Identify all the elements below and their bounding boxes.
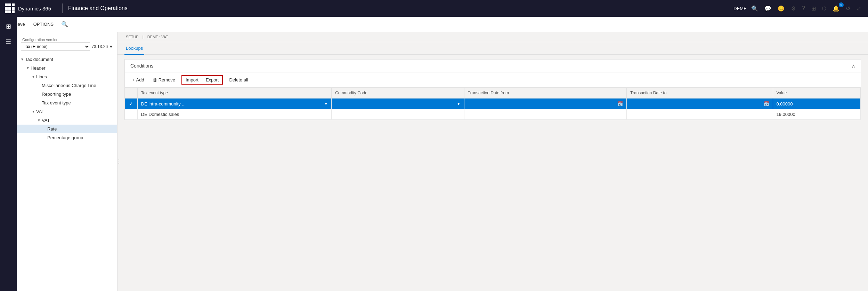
- row-tax-event-type[interactable]: DE intra-community ...▼: [137, 99, 332, 109]
- row-trans-date-from[interactable]: [464, 109, 626, 120]
- date-to-calendar-icon[interactable]: 📅: [763, 101, 769, 107]
- search-icon[interactable]: 🔍: [748, 4, 761, 13]
- side-filter-icon[interactable]: ⊞: [1, 19, 15, 33]
- chat-icon[interactable]: 💬: [762, 4, 774, 13]
- tree-label-misc-charge: Miscellaneous Charge Line: [42, 83, 96, 88]
- tree: ▼ Tax document ▼ Header ▼ Lines Miscella…: [17, 54, 117, 143]
- remove-label: Remove: [159, 77, 175, 82]
- company-badge: DEMF: [733, 6, 746, 11]
- breadcrumb: SETUP | DEMF : VAT: [117, 32, 868, 42]
- tree-item-tax-document[interactable]: ▼ Tax document: [17, 55, 117, 64]
- conditions-header: Conditions ∧: [125, 60, 861, 72]
- notification-count: 5: [839, 2, 844, 7]
- expand-vat1-icon[interactable]: ▼: [31, 110, 36, 113]
- col-header-value: Value: [773, 88, 861, 99]
- breadcrumb-setup: SETUP: [126, 35, 139, 39]
- user-icon[interactable]: 😊: [775, 4, 787, 13]
- row-commodity-code[interactable]: [332, 109, 464, 120]
- module-name: Finance and Operations: [68, 5, 733, 11]
- config-version-selector[interactable]: Tax (Europe) 73.13.26 ▼: [17, 42, 117, 54]
- toolbar-search-icon[interactable]: 🔍: [61, 21, 68, 27]
- nav-separator: [62, 3, 63, 13]
- tree-item-reporting-type[interactable]: Reporting type: [17, 90, 117, 99]
- tree-item-lines[interactable]: ▼ Lines: [17, 72, 117, 81]
- row-commodity-code[interactable]: ▼: [332, 99, 464, 109]
- table-row[interactable]: DE Domestic sales19.00000: [125, 109, 861, 120]
- tree-label-reporting-type: Reporting type: [42, 92, 71, 97]
- tree-item-vat2[interactable]: ▼ VAT: [17, 116, 117, 125]
- conditions-panel: Conditions ∧ + Add 🗑 Remove Import Ex: [124, 59, 861, 120]
- row-value[interactable]: 19.00000: [773, 109, 861, 120]
- config-version-number: 73.13.26: [91, 44, 108, 49]
- conditions-table: Tax event type Commodity Code Transactio…: [125, 88, 861, 120]
- office-icon[interactable]: ⬡: [819, 4, 829, 13]
- fullscreen-icon[interactable]: ⤢: [854, 4, 864, 13]
- config-version-chevron[interactable]: ▼: [109, 45, 113, 49]
- expand-lines-icon[interactable]: ▼: [31, 75, 36, 79]
- tree-label-header: Header: [31, 65, 46, 71]
- tree-item-misc-charge[interactable]: Miscellaneous Charge Line: [17, 81, 117, 90]
- tab-lookups[interactable]: Lookups: [124, 42, 144, 55]
- main-layout: ⊞ ☰ Configuration version Tax (Europe) 7…: [17, 32, 868, 291]
- left-tree-panel: Configuration version Tax (Europe) 73.13…: [17, 32, 117, 291]
- waffle-menu[interactable]: [4, 3, 15, 14]
- commodity-dropdown-icon[interactable]: ▼: [457, 102, 461, 106]
- row-trans-date-to[interactable]: 📅: [627, 99, 773, 109]
- export-button[interactable]: Export: [202, 76, 222, 84]
- remove-button[interactable]: 🗑 Remove: [149, 76, 179, 84]
- tax-event-dropdown-icon[interactable]: ▼: [324, 102, 328, 106]
- tree-label-percentage-group: Percentage group: [47, 135, 83, 140]
- row-check-cell[interactable]: [125, 109, 137, 120]
- config-version-dropdown[interactable]: Tax (Europe): [21, 42, 90, 51]
- help-icon[interactable]: ?: [799, 4, 808, 13]
- conditions-toolbar: + Add 🗑 Remove Import Export Delete all: [125, 72, 861, 88]
- row-check-cell[interactable]: ✓: [125, 99, 137, 109]
- tree-label-tax-event-type-lines: Tax event type: [42, 100, 71, 105]
- settings-icon[interactable]: ⚙: [788, 4, 798, 13]
- col-header-tax-event-type: Tax event type: [137, 88, 332, 99]
- add-button[interactable]: + Add: [129, 76, 148, 84]
- row-value[interactable]: 0.00000: [773, 99, 861, 109]
- col-header-commodity-code: Commodity Code: [332, 88, 464, 99]
- tree-item-rate[interactable]: Rate: [17, 125, 117, 133]
- top-right-icons: DEMF 🔍 💬 😊 ⚙ ? ⊞ ⬡ 🔔 5 ↺ ⤢: [733, 4, 864, 13]
- notifications-icon[interactable]: 🔔 5: [830, 4, 842, 13]
- collapse-button[interactable]: ∧: [852, 63, 855, 69]
- config-version-label: Configuration version: [17, 36, 117, 42]
- tree-item-tax-event-type-lines[interactable]: Tax event type: [17, 99, 117, 107]
- tree-item-vat1[interactable]: ▼ VAT: [17, 107, 117, 116]
- top-navigation: Dynamics 365 Finance and Operations DEMF…: [0, 0, 868, 17]
- import-export-group: Import Export: [181, 75, 223, 85]
- row-checkmark: ✓: [129, 101, 133, 107]
- col-header-trans-date-from: Transaction Date from: [464, 88, 626, 99]
- row-tax-event-type[interactable]: DE Domestic sales: [137, 109, 332, 120]
- tree-label-rate: Rate: [47, 126, 57, 132]
- remove-icon: 🗑: [153, 77, 157, 82]
- brand-name: Dynamics 365: [18, 6, 57, 11]
- breadcrumb-separator: |: [143, 35, 144, 39]
- tree-item-percentage-group[interactable]: Percentage group: [17, 133, 117, 142]
- tree-label-vat1: VAT: [36, 109, 44, 114]
- right-panel: SETUP | DEMF : VAT Lookups Conditions ∧ …: [117, 32, 868, 291]
- delete-all-button[interactable]: Delete all: [226, 76, 251, 84]
- row-trans-date-from[interactable]: 📅: [464, 99, 626, 109]
- side-menu-icon[interactable]: ☰: [1, 35, 15, 49]
- expand-vat2-icon[interactable]: ▼: [36, 118, 42, 122]
- grid-view-icon[interactable]: ⊞: [809, 4, 819, 13]
- side-icons-panel: ⊞ ☰: [0, 17, 17, 291]
- refresh-icon[interactable]: ↺: [843, 4, 853, 13]
- delete-all-label: Delete all: [229, 77, 248, 82]
- table-row[interactable]: ✓DE intra-community ...▼▼📅📅0.00000: [125, 99, 861, 109]
- tree-item-header[interactable]: ▼ Header: [17, 64, 117, 72]
- expand-header-icon[interactable]: ▼: [25, 66, 31, 70]
- options-label: OPTIONS: [33, 22, 54, 27]
- expand-tax-document-icon[interactable]: ▼: [19, 57, 25, 61]
- export-label: Export: [206, 77, 219, 82]
- import-button[interactable]: Import: [182, 76, 202, 84]
- date-from-calendar-icon[interactable]: 📅: [617, 101, 623, 107]
- tree-label-lines: Lines: [36, 74, 47, 79]
- row-trans-date-to[interactable]: [627, 109, 773, 120]
- options-button[interactable]: OPTIONS: [30, 19, 57, 29]
- panel-resize-handle[interactable]: ⋮: [117, 32, 120, 291]
- main-toolbar: 💾 Save OPTIONS 🔍: [0, 17, 868, 32]
